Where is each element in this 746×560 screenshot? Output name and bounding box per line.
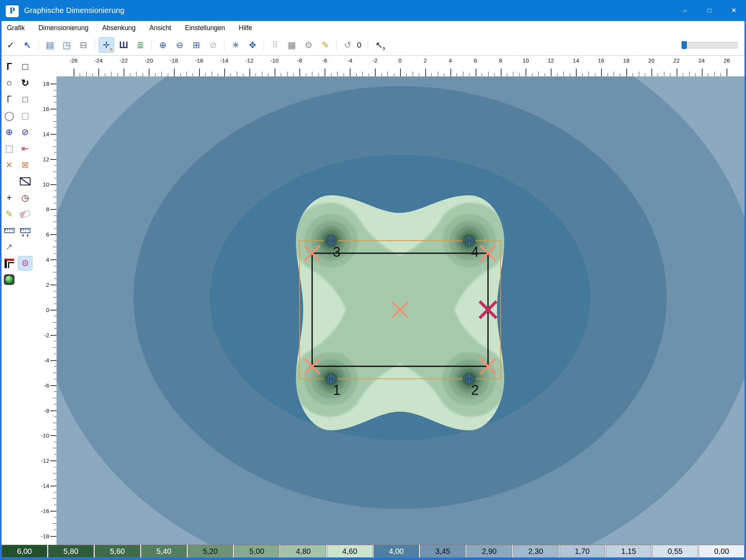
rect-thick-icon[interactable]: □ xyxy=(18,59,32,74)
target-icon[interactable]: ⊕ xyxy=(2,125,16,139)
ruler-icon[interactable] xyxy=(2,223,16,238)
menu-item-dimensionierung[interactable]: Dimensionierung xyxy=(32,24,95,32)
menu-item-absenkung[interactable]: Absenkung xyxy=(95,24,143,32)
save-icon[interactable]: ▤ xyxy=(43,38,57,52)
handles-rect-icon[interactable]: ⬚ xyxy=(2,141,16,156)
v-ruler-tick xyxy=(50,460,56,461)
h-ruler-tick xyxy=(632,73,633,76)
grid-dots-icon[interactable]: ⠿ xyxy=(268,38,282,52)
export-icon[interactable]: ◳ xyxy=(59,38,74,52)
zoom-slider[interactable] xyxy=(682,42,738,48)
window-border-left xyxy=(0,21,2,560)
v-ruler-label: -2 xyxy=(44,331,49,338)
legend-cell-14[interactable]: 0,55 xyxy=(652,545,698,558)
start-icon-shape xyxy=(4,274,14,285)
h-ruler-tick xyxy=(501,69,502,76)
circle-thick-icon[interactable]: ○ xyxy=(2,76,16,90)
legend-cell-1[interactable]: 5,80 xyxy=(48,545,94,558)
legend-cell-9[interactable]: 3,45 xyxy=(420,545,466,558)
legend-cell-2[interactable]: 5,60 xyxy=(95,545,140,558)
h-ruler-tick xyxy=(92,73,93,76)
v-ruler-label: 6 xyxy=(46,231,49,238)
legend-cell-4[interactable]: 5,20 xyxy=(188,545,233,558)
align-arrows-icon[interactable]: ⇤ xyxy=(18,141,32,156)
zoom-slider-thumb[interactable] xyxy=(682,41,687,49)
rect-thin-icon[interactable]: □ xyxy=(18,92,32,106)
menu-item-grafik[interactable]: Grafik xyxy=(0,24,32,32)
v-ruler-label: 18 xyxy=(43,80,49,87)
legend-cell-5[interactable]: 5,00 xyxy=(234,545,280,558)
v-ruler-tick xyxy=(53,373,56,373)
corner-profile-icon[interactable] xyxy=(2,256,16,270)
legend-cell-0[interactable]: 6,00 xyxy=(2,545,47,558)
paste-rect-icon[interactable]: ▢ xyxy=(18,108,32,123)
start-icon[interactable] xyxy=(2,272,16,287)
contour-gear-icon[interactable]: ⚙ xyxy=(18,256,32,270)
probe-icon[interactable]: Ш xyxy=(116,38,131,52)
zoom-back-icon[interactable]: ⊘ xyxy=(206,38,220,52)
replay-rect-icon[interactable]: ↻ xyxy=(18,76,32,90)
soil-layers-icon[interactable]: ≣ xyxy=(133,38,148,52)
h-ruler-tick xyxy=(299,69,300,76)
legend-cell-3[interactable]: 5,40 xyxy=(141,545,187,558)
h-ruler-tick xyxy=(664,72,664,76)
pan-icon[interactable]: ✥ xyxy=(245,38,260,52)
add-point-icon[interactable]: + xyxy=(2,190,16,205)
legend-cell-13[interactable]: 1,15 xyxy=(606,545,651,558)
note-icon[interactable]: ✎ xyxy=(318,38,333,52)
poly-thin-icon[interactable]: Г xyxy=(2,92,16,106)
v-ruler-label: 12 xyxy=(43,156,49,162)
settlement-legend: 6,005,805,605,405,205,004,804,604,003,45… xyxy=(2,545,744,558)
legend-cell-11[interactable]: 2,30 xyxy=(513,545,559,558)
maximize-button[interactable]: □ xyxy=(697,0,722,21)
measure-arrow-icon[interactable]: ↗ xyxy=(2,240,16,254)
print-icon[interactable]: ⊟ xyxy=(76,38,91,52)
grid-icon[interactable]: ▦ xyxy=(285,38,299,52)
zoom-window-icon[interactable]: ⊞ xyxy=(189,38,204,52)
octagon-icon[interactable]: ◯ xyxy=(2,108,16,123)
h-ruler-label: -2 xyxy=(372,57,377,64)
v-ruler-tick xyxy=(50,134,56,135)
poly-thick-icon[interactable]: Г xyxy=(2,59,16,74)
menu-item-hilfe[interactable]: Hilfe xyxy=(232,24,259,32)
zoom-fit-icon[interactable]: ✳ xyxy=(228,38,243,52)
legend-cell-12[interactable]: 1,70 xyxy=(560,545,605,558)
legend-cell-7[interactable]: 4,60 xyxy=(327,545,373,558)
zoom-in-icon[interactable]: ⊕ xyxy=(156,38,170,52)
no-line-icon[interactable]: ⊘ xyxy=(18,125,32,139)
move-xy-icon[interactable]: ✛x xyxy=(99,37,114,53)
rect-cross-icon[interactable]: ⊠ xyxy=(18,158,32,172)
h-ruler-tick xyxy=(218,73,218,76)
drawing-canvas[interactable]: 1234 xyxy=(56,76,744,545)
eraser-icon[interactable] xyxy=(18,207,32,221)
menu-item-ansicht[interactable]: Ansicht xyxy=(143,24,178,32)
delete-cross-icon[interactable]: ✕ xyxy=(2,158,16,172)
menu-item-einstellungen[interactable]: Einstellungen xyxy=(178,24,232,32)
rotate-icon[interactable]: ↺ xyxy=(341,38,355,52)
h-ruler-tick xyxy=(526,69,526,76)
h-ruler-tick xyxy=(469,73,469,76)
minimize-button[interactable]: – xyxy=(673,0,697,21)
help-cursor-icon[interactable]: ↖? xyxy=(372,38,386,52)
h-ruler-tick xyxy=(639,72,639,76)
close-button[interactable]: ✕ xyxy=(722,0,746,21)
ruler-marks-icon[interactable] xyxy=(18,223,32,238)
rect-diagonal-icon[interactable] xyxy=(18,174,32,188)
select-arrow-icon[interactable]: ↖ xyxy=(20,38,35,52)
legend-cell-6[interactable]: 4,80 xyxy=(280,545,326,558)
h-ruler-label: 24 xyxy=(698,57,705,64)
zoom-out-icon[interactable]: ⊖ xyxy=(172,38,187,52)
legend-cell-8[interactable]: 4,00 xyxy=(373,545,419,558)
gear-icon[interactable]: ⚙ xyxy=(301,38,316,52)
h-ruler-tick xyxy=(450,69,451,76)
sector-icon[interactable]: ◷ xyxy=(18,190,32,205)
h-ruler-tick xyxy=(463,72,463,76)
v-ruler-tick xyxy=(53,146,56,147)
h-ruler-tick xyxy=(645,73,645,76)
apply-icon[interactable]: ✓ xyxy=(3,38,18,52)
legend-cell-10[interactable]: 2,90 xyxy=(466,545,512,558)
pencil-icon[interactable]: ✎ xyxy=(2,207,16,221)
v-ruler-tick xyxy=(50,385,56,386)
h-ruler-label: 8 xyxy=(499,57,502,64)
legend-cell-15[interactable]: 0,00 xyxy=(699,545,744,558)
